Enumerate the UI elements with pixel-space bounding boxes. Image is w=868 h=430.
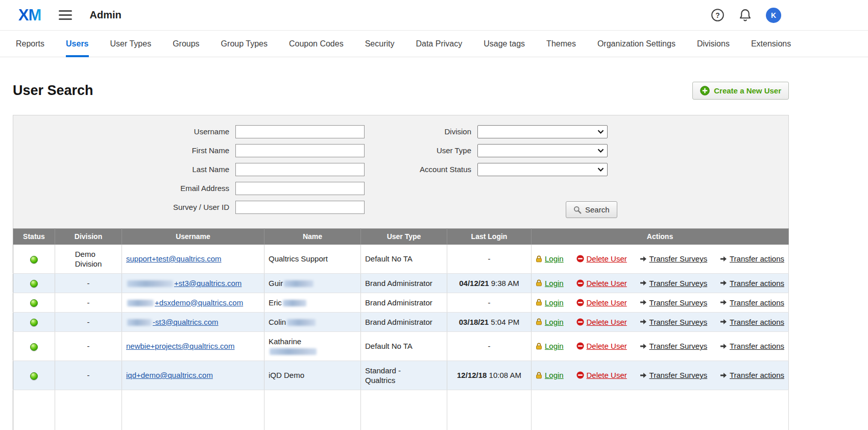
user-type-text: Brand Administrator bbox=[365, 317, 432, 327]
tab-themes[interactable]: Themes bbox=[546, 31, 576, 57]
username-link[interactable]: +dsxdemo@qualtrics.com bbox=[126, 298, 243, 307]
page-title: User Search bbox=[13, 83, 93, 99]
account-status-select[interactable] bbox=[477, 163, 608, 176]
username-link[interactable]: support+test@qualtrics.com bbox=[126, 254, 222, 263]
bell-icon[interactable] bbox=[739, 8, 752, 22]
search-form-grid: UsernameFirst NameLast NameEmail Address… bbox=[13, 115, 788, 217]
tab-security[interactable]: Security bbox=[365, 31, 395, 57]
last-login-cell: - bbox=[447, 245, 532, 274]
hamburger-menu-icon[interactable] bbox=[59, 6, 72, 25]
transfer-surveys-link[interactable]: Transfer Surveys bbox=[640, 278, 708, 288]
name-cell: Eric bbox=[264, 293, 361, 312]
login-link[interactable]: Login bbox=[536, 298, 564, 307]
transfer-actions-link[interactable]: Transfer actions bbox=[720, 370, 784, 380]
division-cell: - bbox=[55, 293, 122, 312]
status-cell bbox=[13, 331, 55, 361]
username-link[interactable]: -st3@qualtrics.com bbox=[126, 318, 219, 326]
transfer-arrow-icon bbox=[720, 256, 727, 262]
user-type-text: Default No TA bbox=[365, 341, 413, 351]
email-address-input[interactable] bbox=[235, 182, 365, 195]
username-input[interactable] bbox=[235, 125, 365, 138]
tab-data-privacy[interactable]: Data Privacy bbox=[416, 31, 462, 57]
transfer-actions-link[interactable]: Transfer actions bbox=[720, 278, 784, 288]
lock-icon bbox=[536, 255, 542, 262]
svg-text:?: ? bbox=[715, 11, 720, 19]
search-button[interactable]: Search bbox=[566, 201, 617, 218]
division-cell: - bbox=[55, 361, 122, 390]
tab-usage-tags[interactable]: Usage tags bbox=[484, 31, 525, 57]
tab-organization-settings[interactable]: Organization Settings bbox=[597, 31, 676, 57]
help-icon[interactable]: ? bbox=[711, 8, 725, 22]
transfer-surveys-link[interactable]: Transfer Surveys bbox=[640, 254, 708, 264]
user-type-cell: Brand Administrator bbox=[361, 312, 447, 331]
transfer-surveys-link[interactable]: Transfer Surveys bbox=[640, 370, 708, 380]
name-cell: Guir bbox=[264, 273, 361, 293]
delete-user-link[interactable]: Delete User bbox=[576, 298, 627, 307]
create-new-user-button[interactable]: Create a New User bbox=[692, 82, 789, 100]
lock-icon bbox=[536, 318, 542, 325]
lock-icon bbox=[536, 299, 542, 306]
field-label-username: Username bbox=[13, 127, 229, 136]
login-link[interactable]: Login bbox=[536, 341, 564, 351]
login-link[interactable]: Login bbox=[536, 254, 564, 264]
tab-users[interactable]: Users bbox=[66, 31, 88, 57]
user-type-select[interactable] bbox=[477, 144, 608, 157]
survey-user-id-input[interactable] bbox=[235, 201, 365, 214]
division-select[interactable] bbox=[477, 125, 608, 138]
tab-user-types[interactable]: User Types bbox=[110, 31, 152, 57]
transfer-actions-link[interactable]: Transfer actions bbox=[720, 254, 784, 264]
transfer-surveys-link[interactable]: Transfer Surveys bbox=[640, 317, 708, 327]
username-link[interactable]: newbie+projects@qualtrics.com bbox=[126, 342, 234, 350]
transfer-actions-link[interactable]: Transfer actions bbox=[720, 298, 784, 307]
avatar[interactable]: K bbox=[766, 8, 781, 23]
username-cell: -st3@qualtrics.com bbox=[122, 312, 264, 331]
division-text: - bbox=[87, 317, 90, 327]
login-link-label: Login bbox=[545, 317, 564, 327]
username-link[interactable]: iqd+demo@qualtrics.com bbox=[126, 371, 213, 379]
delete-user-link[interactable]: Delete User bbox=[576, 341, 627, 351]
login-link-label: Login bbox=[545, 278, 564, 288]
transfer-surveys-link[interactable]: Transfer Surveys bbox=[640, 298, 708, 307]
tab-coupon-codes[interactable]: Coupon Codes bbox=[289, 31, 344, 57]
first-name-input[interactable] bbox=[235, 144, 365, 157]
login-link-label: Login bbox=[545, 254, 564, 264]
delete-user-link[interactable]: Delete User bbox=[576, 278, 627, 288]
last-login-cell: 04/12/21 9:38 AM bbox=[447, 273, 532, 293]
name-cell: iQD Demo bbox=[264, 361, 361, 390]
column-header-actions: Actions bbox=[532, 229, 789, 245]
delete-icon bbox=[576, 299, 584, 306]
delete-user-link[interactable]: Delete User bbox=[576, 254, 627, 264]
column-header-status: Status bbox=[13, 229, 55, 245]
username-cell: +st3@qualtrics.com bbox=[122, 273, 264, 293]
tab-groups[interactable]: Groups bbox=[173, 31, 199, 57]
user-type-cell: Brand Administrator bbox=[361, 273, 447, 293]
transfer-actions-link[interactable]: Transfer actions bbox=[720, 317, 784, 327]
tab-extensions[interactable]: Extensions bbox=[751, 31, 791, 57]
nav-tabs: ReportsUsersUser TypesGroupsGroup TypesC… bbox=[0, 31, 801, 57]
xm-logo[interactable]: XM bbox=[18, 6, 41, 25]
tab-group-types[interactable]: Group Types bbox=[221, 31, 268, 57]
username-link[interactable]: +st3@qualtrics.com bbox=[126, 279, 242, 288]
user-type-text: Brand Administrator bbox=[365, 298, 432, 307]
last-name-input[interactable] bbox=[235, 163, 365, 176]
transfer-actions-link[interactable]: Transfer actions bbox=[720, 341, 784, 351]
user-search-panel: UsernameFirst NameLast NameEmail Address… bbox=[13, 115, 789, 228]
transfer-surveys-link[interactable]: Transfer Surveys bbox=[640, 341, 708, 351]
delete-user-link[interactable]: Delete User bbox=[576, 370, 627, 380]
column-header-username: Username bbox=[122, 229, 264, 245]
login-link[interactable]: Login bbox=[536, 317, 564, 327]
delete-user-link-label: Delete User bbox=[587, 254, 627, 264]
empty-cell bbox=[447, 390, 532, 430]
login-link[interactable]: Login bbox=[536, 370, 564, 380]
field-label-last-name: Last Name bbox=[13, 165, 229, 174]
login-link-label: Login bbox=[545, 341, 564, 351]
field-label-survey-user-id: Survey / User ID bbox=[13, 203, 229, 211]
delete-user-link[interactable]: Delete User bbox=[576, 317, 627, 327]
last-login-date: 03/18/21 bbox=[459, 318, 489, 326]
delete-icon bbox=[576, 318, 584, 326]
field-label-user-type: User Type bbox=[371, 146, 471, 155]
tab-divisions[interactable]: Divisions bbox=[697, 31, 730, 57]
login-link[interactable]: Login bbox=[536, 278, 564, 288]
tab-reports[interactable]: Reports bbox=[16, 31, 44, 57]
transfer-actions-link-label: Transfer actions bbox=[730, 317, 784, 327]
